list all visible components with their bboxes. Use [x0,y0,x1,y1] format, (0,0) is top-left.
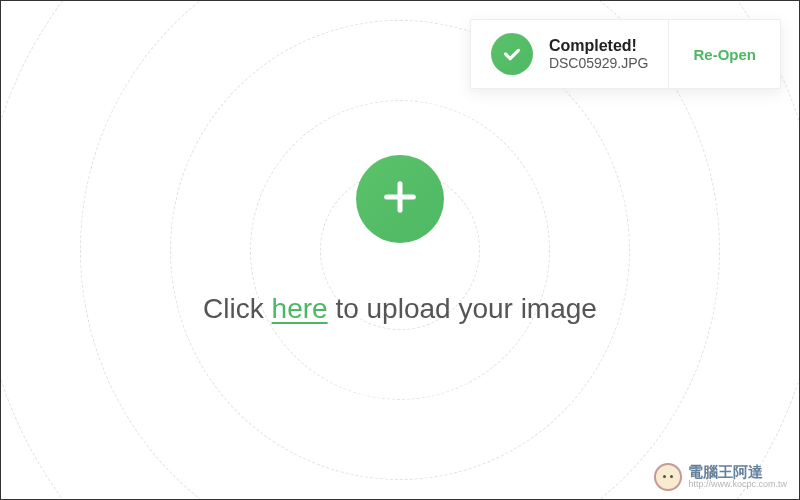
check-icon [491,33,533,75]
plus-icon [380,177,420,221]
reopen-button[interactable]: Re-Open [669,20,780,88]
upload-here-link[interactable]: here [272,293,328,324]
upload-text-before: Click [203,293,271,324]
upload-text-after: to upload your image [328,293,597,324]
watermark: 電腦王阿達 http://www.kocpc.com.tw [654,463,787,491]
watermark-brand: 電腦王阿達 [688,464,787,481]
toast-title: Completed! [549,37,649,55]
upload-instruction: Click here to upload your image [203,293,597,325]
completed-toast: Completed! DSC05929.JPG Re-Open [470,19,781,89]
toast-content: Completed! DSC05929.JPG [471,20,669,88]
upload-button[interactable] [356,155,444,243]
toast-filename: DSC05929.JPG [549,55,649,71]
watermark-avatar [654,463,682,491]
watermark-url: http://www.kocpc.com.tw [688,480,787,490]
